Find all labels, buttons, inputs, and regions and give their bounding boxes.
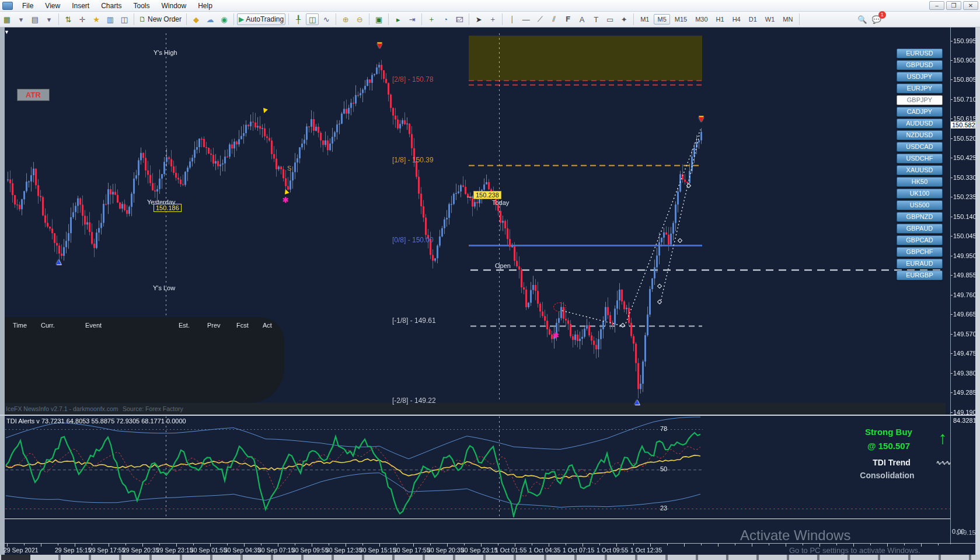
symbol-button-gbpjpy[interactable]: GBPJPY xyxy=(897,95,943,105)
zoom-in-icon[interactable]: ⊕ xyxy=(339,13,352,25)
symbol-button-hk50[interactable]: HK50 xyxy=(897,177,943,187)
symbol-button-gbpusd[interactable]: GBPUSD xyxy=(897,60,943,70)
signals-icon[interactable]: ◉ xyxy=(218,13,231,25)
app-icon xyxy=(2,2,13,10)
symbol-button-usdjpy[interactable]: USDJPY xyxy=(897,72,943,82)
yesterday-low-label: Y's Low xyxy=(153,284,175,291)
periods-icon[interactable]: ◔ xyxy=(439,13,452,25)
time-axis-label: 30 Sep 23:15 xyxy=(461,547,497,554)
favorites-icon[interactable]: ★ xyxy=(90,13,103,25)
menu-file[interactable]: File xyxy=(16,1,39,11)
profiles-icon[interactable]: ▤ xyxy=(29,13,41,25)
symbol-button-audusd[interactable]: AUDUSD xyxy=(897,119,943,128)
toolbar-separator xyxy=(633,13,634,25)
symbol-button-eurusd[interactable]: EURUSD xyxy=(897,48,943,58)
candlestick-chart-icon[interactable]: ◫ xyxy=(306,13,319,25)
menu-charts[interactable]: Charts xyxy=(95,1,127,11)
profiles-dropdown[interactable]: ▾ xyxy=(43,13,55,25)
chart-shift-icon[interactable]: ⇥ xyxy=(406,13,418,25)
symbol-button-us500[interactable]: US500 xyxy=(897,200,943,210)
strategy-tester-icon[interactable]: ◫ xyxy=(118,13,131,25)
templates-icon[interactable]: 🗠 xyxy=(453,13,466,25)
tile-windows-icon[interactable]: ▣ xyxy=(372,13,385,25)
text-label-icon[interactable]: T xyxy=(590,13,602,25)
chat-button[interactable]: 💬1 xyxy=(870,13,883,25)
menu-insert[interactable]: Insert xyxy=(66,1,95,11)
equidistant-channel-icon[interactable]: ⫽ xyxy=(547,13,560,25)
timeframe-m1[interactable]: M1 xyxy=(637,14,653,25)
time-axis-label: 1 Oct 12:35 xyxy=(630,547,662,554)
menu-window[interactable]: Window xyxy=(156,1,193,11)
virtual-hosting-icon[interactable]: ☁ xyxy=(204,13,217,25)
tdi-panel-top-divider[interactable] xyxy=(0,415,975,416)
tdi-panel-bottom-border xyxy=(5,519,950,519)
timeframe-m15[interactable]: M15 xyxy=(671,14,690,25)
chat-badge: 1 xyxy=(878,11,886,19)
toolbar-separator xyxy=(469,13,469,25)
timeframe-m5[interactable]: M5 xyxy=(654,14,669,25)
trendline-icon[interactable]: ⟋ xyxy=(533,13,546,25)
symbol-button-gbpcad[interactable]: GBPCAD xyxy=(897,235,943,245)
news-column-event: Event xyxy=(85,322,102,329)
symbol-button-cadjpy[interactable]: CADJPY xyxy=(897,107,943,117)
close-button[interactable]: ✕ xyxy=(963,1,978,10)
symbol-button-xauusd[interactable]: XAUUSD xyxy=(897,165,943,175)
price-axis-label: 150.235 xyxy=(953,193,976,200)
zoom-out-icon[interactable]: ⊖ xyxy=(353,13,366,25)
time-axis-label: 1 Oct 04:35 xyxy=(529,547,560,554)
restore-button[interactable]: ❐ xyxy=(946,1,961,10)
symbol-button-usdchf[interactable]: USDCHF xyxy=(897,154,943,164)
cursor-icon[interactable]: ➤ xyxy=(472,13,485,25)
yesterday-price-tag: 150.186 xyxy=(154,204,182,212)
timeframe-d1[interactable]: D1 xyxy=(745,14,761,25)
menu-tools[interactable]: Tools xyxy=(128,1,156,11)
arrows-icon[interactable]: ✦ xyxy=(618,13,630,25)
vertical-line-icon[interactable]: ｜ xyxy=(505,13,518,25)
chart-canvas[interactable] xyxy=(0,0,980,560)
activate-windows-watermark: Activate Windows xyxy=(740,527,850,544)
minimize-button[interactable]: – xyxy=(929,1,944,10)
bar-chart-icon[interactable]: ╀ xyxy=(292,13,305,25)
rectangle-icon[interactable]: ▭ xyxy=(604,13,616,25)
symbol-button-euraud[interactable]: EURAUD xyxy=(897,259,943,269)
market-watch-icon[interactable]: ⇅ xyxy=(62,13,75,25)
timeframe-w1[interactable]: W1 xyxy=(762,14,779,25)
symbol-button-gbpchf[interactable]: GBPCHF xyxy=(897,247,943,257)
symbol-button-uk100[interactable]: UK100 xyxy=(897,189,943,199)
symbol-button-eurgbp[interactable]: EURGBP xyxy=(897,270,943,280)
symbol-button-usdcad[interactable]: USDCAD xyxy=(897,142,943,152)
symbol-button-eurjpy[interactable]: EURJPY xyxy=(897,84,943,93)
symbol-button-nzdusd[interactable]: NZDUSD xyxy=(897,130,943,140)
search-icon[interactable]: 🔍 xyxy=(856,13,869,25)
new-chart-dropdown[interactable]: ▾ xyxy=(15,13,27,25)
timeframe-h4[interactable]: H4 xyxy=(729,14,744,25)
window-right-scrollbar[interactable] xyxy=(975,27,980,560)
symbol-button-gbpnzd[interactable]: GBPNZD xyxy=(897,212,943,222)
timeframe-m30[interactable]: M30 xyxy=(692,14,711,25)
menu-view[interactable]: View xyxy=(39,1,66,11)
timeframe-mn[interactable]: MN xyxy=(779,14,796,25)
news-source: Source: Forex Factory xyxy=(123,405,183,412)
navigator-icon[interactable]: ✛ xyxy=(76,13,89,25)
chart-expand-icon[interactable]: ▼ xyxy=(4,29,9,35)
new-order-button[interactable]: 🗋New Order xyxy=(137,13,183,25)
tdi-trend-label: TDI Trend xyxy=(858,458,925,467)
timeframe-h1[interactable]: H1 xyxy=(713,14,728,25)
autotrading-button[interactable]: ▶AutoTrading xyxy=(237,13,285,25)
auto-scroll-icon[interactable]: ▸ xyxy=(392,13,404,25)
deposit-icon[interactable]: ◆ xyxy=(190,13,203,25)
text-icon[interactable]: A xyxy=(576,13,588,25)
new-chart-icon[interactable]: ▦ xyxy=(1,13,13,25)
horizontal-line-icon[interactable]: — xyxy=(519,13,532,25)
fibonacci-icon[interactable]: 𝐅 xyxy=(562,13,574,25)
toolbar-separator xyxy=(134,13,134,25)
scrollbar-thumb[interactable] xyxy=(1,555,30,560)
highlight-circle-icon xyxy=(553,302,566,312)
crosshair-icon[interactable]: ＋ xyxy=(486,13,499,25)
menu-help[interactable]: Help xyxy=(192,1,218,11)
horizontal-scrollbar[interactable] xyxy=(0,555,980,560)
indicators-icon[interactable]: ＋ xyxy=(425,13,438,25)
symbol-button-gbpaud[interactable]: GBPAUD xyxy=(897,224,943,234)
data-window-icon[interactable]: ▥ xyxy=(104,13,117,25)
line-chart-icon[interactable]: ∿ xyxy=(320,13,333,25)
